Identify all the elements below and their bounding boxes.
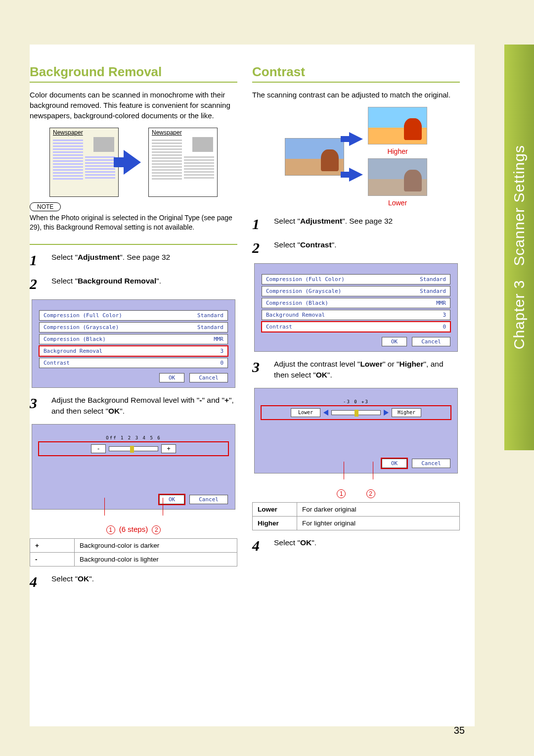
table-val: Background-color is lighter [75, 552, 237, 566]
settings-row[interactable]: Background Removal3 [262, 310, 450, 320]
table-val: Background-color is darker [75, 538, 237, 552]
row-value: 0 [220, 360, 223, 366]
ct-callout: 1 2 [252, 489, 460, 498]
settings-row[interactable]: Contrast0 [39, 358, 228, 368]
step-number: 2 [30, 276, 44, 292]
contrast-intro: The scanning contrast can be adjusted to… [252, 90, 460, 100]
table-key: Lower [253, 502, 297, 516]
contrast-higher-thumb [368, 107, 427, 144]
callout-2-icon: 2 [366, 489, 375, 498]
lower-button[interactable]: Lower [291, 408, 320, 417]
settings-row[interactable]: Contrast0 [262, 322, 450, 332]
ok-button[interactable]: OK [382, 459, 407, 468]
row-value: Standard [420, 276, 446, 283]
step-number: 1 [252, 216, 266, 233]
step-number: 3 [30, 395, 44, 417]
callout-1-icon: 1 [337, 489, 346, 498]
table-key: Higher [253, 516, 297, 530]
ct-slider-screenshot: -3 0 +3 Lower Higher OK Cancel [254, 388, 458, 473]
page-number: 35 [454, 725, 465, 736]
ok-button[interactable]: OK [159, 373, 184, 382]
settings-row[interactable]: Compression (Black)MMR [39, 334, 228, 344]
table-key: + [30, 538, 75, 552]
row-label: Compression (Grayscale) [44, 324, 119, 331]
settings-row[interactable]: Background Removal3 [39, 346, 228, 356]
newspaper-after: Newspaper [148, 128, 218, 197]
settings-row[interactable]: Compression (Full Color)Standard [262, 274, 450, 284]
step-number: 1 [30, 252, 44, 269]
cancel-button[interactable]: Cancel [189, 495, 228, 504]
higher-button[interactable]: Higher [392, 408, 421, 417]
step-number: 4 [252, 537, 266, 554]
settings-row[interactable]: Compression (Grayscale)Standard [39, 322, 228, 332]
ct-step-2: 2 Select "Contrast". [252, 239, 460, 256]
cancel-button[interactable]: Cancel [412, 337, 450, 346]
slider-track[interactable] [109, 446, 158, 451]
step-text: Adjust the contrast level "Lower" or "Hi… [274, 359, 460, 381]
table-val: For lighter original [297, 516, 460, 530]
slider-ticks: -3 0 +3 [262, 399, 450, 404]
slider-track[interactable] [331, 410, 381, 415]
page-content: Background Removal Color documents can b… [30, 45, 475, 726]
bg-step-3: 3 Adjust the Background Removal level wi… [30, 395, 237, 417]
contrast-lower-thumb [368, 158, 427, 196]
chapter-side-tab: Chapter 3 Scanner Settings [504, 45, 534, 450]
row-value: 0 [443, 324, 446, 330]
arrow-right-icon [349, 132, 363, 146]
note-text: When the Photo original is selected in t… [30, 213, 237, 232]
bg-step-4: 4 Select "OK". [30, 573, 237, 590]
settings-row[interactable]: Compression (Full Color)Standard [39, 310, 228, 321]
plus-button[interactable]: + [161, 444, 176, 453]
bg-callout: 1 (6 steps) 2 [30, 525, 237, 534]
settings-row[interactable]: Compression (Grayscale)Standard [262, 286, 450, 296]
arrow-left-icon [323, 410, 328, 416]
contrast-title: Contrast [252, 64, 460, 83]
arrow-right-icon [384, 410, 389, 416]
callout-2-icon: 2 [152, 525, 161, 534]
row-label: Background Removal [44, 348, 102, 354]
note-box: NOTE When the Photo original is selected… [30, 202, 237, 245]
cancel-button[interactable]: Cancel [189, 373, 228, 382]
settings-row[interactable]: Compression (Black)MMR [262, 298, 450, 308]
note-badge: NOTE [30, 202, 61, 211]
ok-button[interactable]: OK [382, 337, 407, 346]
callout-1-icon: 1 [106, 525, 115, 534]
np-title-b: Newspaper [152, 129, 214, 136]
step-text: Select "Background Removal". [51, 276, 237, 292]
step-text: Adjust the Background Removal level with… [51, 395, 237, 417]
row-label: Compression (Full Color) [44, 312, 122, 319]
ct-step-1: 1 Select "Adjustment". See page 32 [252, 216, 460, 233]
slider-ticks: Off 1 2 3 4 5 6 [39, 435, 228, 440]
row-label: Background Removal [266, 312, 325, 318]
step-number: 4 [30, 573, 44, 590]
contrast-original-thumb [285, 138, 344, 176]
step-text: Select "Adjustment". See page 32 [51, 252, 237, 269]
row-value: Standard [420, 288, 446, 294]
bg-title: Background Removal [30, 64, 237, 83]
step-text: Select "Adjustment". See page 32 [274, 216, 460, 233]
callout-steps-text: (6 steps) [119, 525, 148, 533]
bg-intro: Color documents can be scanned in monoch… [30, 90, 237, 121]
minus-button[interactable]: - [91, 444, 106, 453]
ct-settings-screenshot: Compression (Full Color)StandardCompress… [254, 263, 458, 352]
row-value: Standard [197, 312, 223, 319]
step-text: Select "Contrast". [274, 239, 460, 256]
cancel-button[interactable]: Cancel [412, 459, 450, 468]
row-value: Standard [197, 324, 223, 331]
bg-step-1: 1 Select "Adjustment". See page 32 [30, 252, 237, 269]
chapter-number: 3 [511, 280, 527, 289]
newspaper-illustration: Newspaper Newspaper [30, 128, 237, 197]
ct-step-4: 4 Select "OK". [252, 537, 460, 554]
contrast-illustration: Higher Lower [252, 107, 460, 207]
arrow-right-icon [124, 150, 141, 175]
row-value: 3 [220, 348, 223, 354]
row-value: MMR [214, 336, 223, 342]
step-text: Select "OK". [274, 537, 460, 554]
section-background-removal: Background Removal Color documents can b… [30, 64, 237, 597]
bg-step-2: 2 Select "Background Removal". [30, 276, 237, 292]
chapter-label: Chapter [511, 293, 527, 350]
step-number: 2 [252, 239, 266, 256]
row-value: 3 [443, 312, 446, 318]
chapter-title: Scanner Settings [511, 145, 527, 266]
table-val: For darker original [297, 502, 460, 516]
